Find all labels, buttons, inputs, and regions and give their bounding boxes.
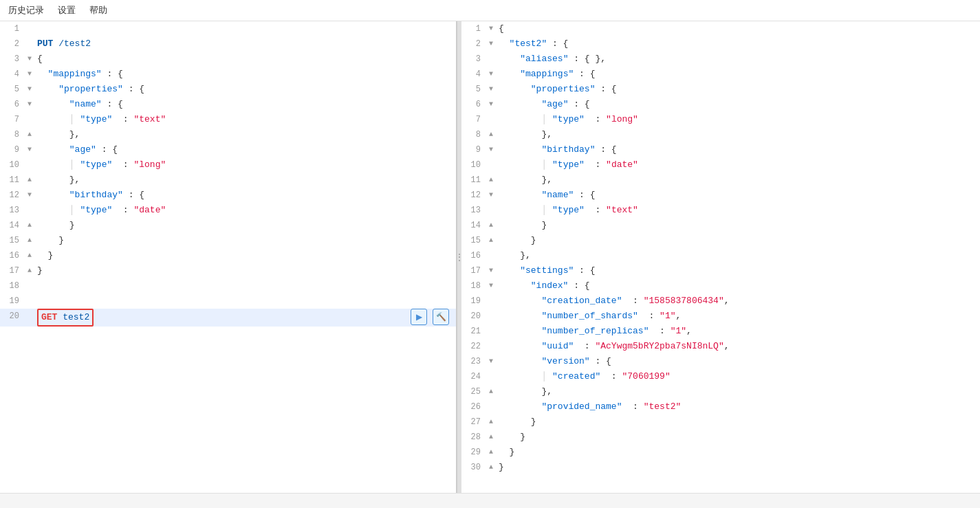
fold-button[interactable]: ▼ [25, 82, 34, 97]
code-line: 6▼ "name" : { [0, 97, 456, 112]
line-number: 30 [461, 460, 486, 475]
code-line: 4▼ "mappings" : { [0, 67, 456, 82]
fold-button[interactable]: ▲ [486, 384, 496, 399]
code-line: 30▲} [461, 460, 980, 475]
code-content: } [496, 415, 980, 430]
fold-button[interactable]: ▲ [25, 173, 34, 188]
code-line: 21 "number_of_replicas" : "1", [461, 324, 980, 339]
fold-button[interactable]: ▲ [25, 127, 34, 142]
fold-button[interactable]: ▼ [25, 188, 34, 203]
fold-button[interactable]: ▼ [486, 263, 496, 278]
code-line: 10 │ "type" : "long" [0, 157, 456, 173]
line-number: 2 [0, 36, 25, 52]
code-line: 19 [0, 294, 456, 309]
line-number: 11 [461, 173, 486, 188]
code-content: "provided_name" : "test2" [496, 399, 980, 415]
line-number: 14 [0, 218, 25, 233]
fold-button[interactable]: ▼ [486, 354, 496, 369]
line-number: 26 [461, 399, 486, 415]
fold-button[interactable]: ▼ [486, 278, 496, 294]
code-content: }, [34, 173, 456, 188]
line-number: 2 [461, 36, 486, 52]
code-line: 2▼ "test2" : { [461, 36, 980, 52]
code-line: 13 │ "type" : "text" [461, 203, 980, 218]
fold-button[interactable]: ▲ [25, 248, 34, 263]
line-number: 12 [0, 188, 25, 203]
fold-button[interactable]: ▼ [25, 67, 34, 82]
right-panel-wrapper: 1▼{2▼ "test2" : {3 "aliases" : { },4▼ "m… [461, 21, 980, 475]
fold-button[interactable]: ▲ [486, 415, 496, 430]
line-number: 13 [461, 203, 486, 218]
code-content: │ "type" : "date" [496, 157, 980, 173]
code-content: │ "type" : "text" [496, 203, 980, 218]
line-number: 28 [461, 430, 486, 445]
line-number: 4 [461, 67, 486, 82]
fold-button[interactable]: ▼ [486, 36, 496, 52]
fold-button[interactable]: ▲ [486, 173, 496, 188]
code-content: }, [496, 248, 980, 263]
fold-button[interactable]: ▼ [486, 21, 496, 36]
code-content: } [34, 263, 456, 278]
code-content: "birthday" : { [496, 142, 980, 157]
line-number: 15 [0, 233, 25, 248]
code-content: "aliases" : { }, [496, 52, 980, 67]
fold-button[interactable]: ▲ [486, 218, 496, 233]
code-line: 1 [0, 21, 456, 36]
code-content: "age" : { [496, 97, 980, 112]
code-content: "birthday" : { [34, 188, 456, 203]
line-number: 20 [461, 309, 486, 324]
line-number: 14 [461, 218, 486, 233]
line-number: 10 [0, 157, 25, 173]
code-line: 5▼ "properties" : { [0, 82, 456, 97]
wrench-button[interactable]: 🔨 [433, 309, 449, 325]
code-line: 16 }, [461, 248, 980, 263]
line-number: 10 [461, 157, 486, 173]
line-number: 16 [0, 248, 25, 263]
fold-button[interactable]: ▲ [25, 218, 34, 233]
code-line: 22 "uuid" : "AcYwgm5bRY2pba7sNI8nLQ", [461, 339, 980, 354]
fold-button[interactable]: ▲ [486, 445, 496, 460]
line-number: 15 [461, 233, 486, 248]
run-area: ▶🔨 [411, 309, 456, 325]
code-content: } [34, 248, 456, 263]
run-button[interactable]: ▶ [411, 309, 427, 325]
code-line: 1▼{ [461, 21, 980, 36]
code-line: 11▲ }, [461, 173, 980, 188]
code-content: }, [496, 127, 980, 142]
fold-button[interactable]: ▼ [25, 142, 34, 157]
menu-help[interactable]: 帮助 [89, 4, 107, 16]
fold-button[interactable]: ▼ [25, 52, 34, 67]
fold-button[interactable]: ▲ [25, 233, 34, 248]
code-line: 20GET test2▶🔨 [0, 309, 456, 327]
line-number: 19 [0, 294, 25, 309]
code-content: }, [34, 127, 456, 142]
line-number: 6 [0, 97, 25, 112]
line-number: 5 [0, 82, 25, 97]
fold-button[interactable]: ▼ [25, 97, 34, 112]
fold-button[interactable]: ▲ [486, 233, 496, 248]
code-line: 10 │ "type" : "date" [461, 157, 980, 173]
menu-history[interactable]: 历史记录 [8, 4, 44, 16]
code-content: "number_of_replicas" : "1", [496, 324, 980, 339]
code-line: 29▲ } [461, 445, 980, 460]
code-content: │ "created" : "7060199" [496, 369, 980, 384]
menu-settings[interactable]: 设置 [58, 4, 76, 16]
code-content: } [34, 233, 456, 248]
line-number: 23 [461, 354, 486, 369]
code-content: │ "type" : "long" [34, 157, 456, 173]
fold-button[interactable]: ▲ [486, 460, 496, 475]
fold-button[interactable]: ▲ [25, 263, 34, 278]
code-line: 6▼ "age" : { [461, 97, 980, 112]
code-line: 17▼ "settings" : { [461, 263, 980, 278]
fold-button[interactable]: ▼ [486, 67, 496, 82]
code-content: "settings" : { [496, 263, 980, 278]
fold-button[interactable]: ▼ [486, 142, 496, 157]
fold-button[interactable]: ▼ [486, 188, 496, 203]
fold-button[interactable]: ▼ [486, 97, 496, 112]
code-content: "number_of_shards" : "1", [496, 309, 980, 324]
code-line: 2PUT /test2 [0, 36, 456, 52]
fold-button[interactable]: ▲ [486, 127, 496, 142]
fold-button[interactable]: ▲ [486, 430, 496, 445]
line-number: 20 [0, 309, 25, 324]
fold-button[interactable]: ▼ [486, 82, 496, 97]
